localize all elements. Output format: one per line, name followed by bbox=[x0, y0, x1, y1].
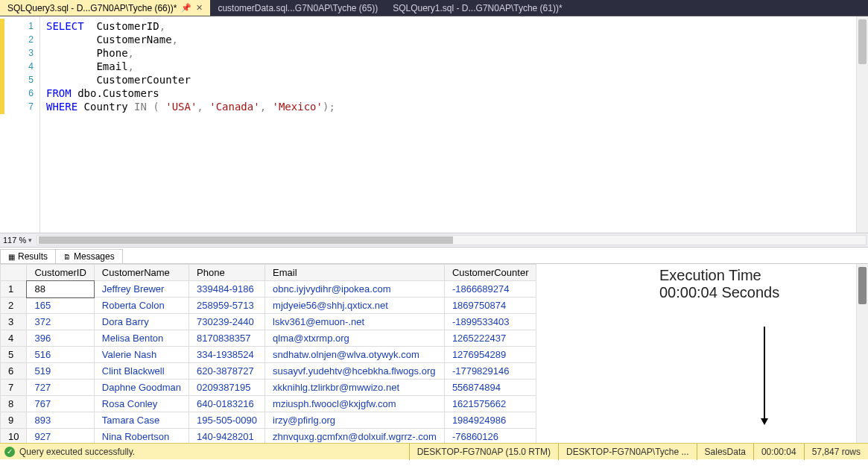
cell-email[interactable]: xkknihlg.tzlirkbr@mwwizo.net bbox=[265, 380, 445, 396]
cell-customername[interactable]: Melisa Benton bbox=[94, 330, 189, 347]
line-num: 6 bbox=[0, 86, 39, 100]
cell-customercounter[interactable]: -76860126 bbox=[444, 429, 536, 444]
scrollbar-thumb[interactable] bbox=[858, 267, 867, 304]
cell-customerid[interactable]: 165 bbox=[27, 298, 94, 314]
cell-phone[interactable]: 730239-2440 bbox=[189, 314, 265, 330]
cell-customercounter[interactable]: 1869750874 bbox=[444, 298, 536, 314]
table-row[interactable]: 3372Dora Barry730239-2440lskv361@emuon-.… bbox=[1, 314, 536, 330]
cell-phone[interactable]: 195-505-0090 bbox=[189, 412, 265, 429]
cell-email[interactable]: mjdyeie56@shhj.qxticx.net bbox=[265, 298, 445, 314]
cell-phone[interactable]: 8170838357 bbox=[189, 330, 265, 347]
cell-customercounter[interactable]: 1276954289 bbox=[444, 347, 536, 363]
code-pane[interactable]: SELECT CustomerID, CustomerName, Phone, … bbox=[40, 16, 856, 233]
cell-customerid[interactable]: 927 bbox=[27, 429, 94, 444]
cell-customercounter[interactable]: 556874894 bbox=[444, 380, 536, 396]
close-icon[interactable]: ✕ bbox=[196, 3, 203, 13]
status-server: DESKTOP-FG7N0AP (15.0 RTM) bbox=[409, 444, 558, 460]
table-row[interactable]: 5516Valerie Nash334-1938524sndhatw.olnje… bbox=[1, 347, 536, 363]
cell-phone[interactable]: 0209387195 bbox=[189, 380, 265, 396]
cell-rownum[interactable]: 9 bbox=[1, 412, 27, 429]
cell-email[interactable]: sndhatw.olnjen@wlva.otywyk.com bbox=[265, 347, 445, 363]
cell-email[interactable]: lskv361@emuon-.net bbox=[265, 314, 445, 330]
cell-customerid[interactable]: 516 bbox=[27, 347, 94, 363]
tab-file-3[interactable]: SQLQuery1.sql - D...G7N0AP\Tyche (61))* bbox=[385, 0, 569, 16]
cell-customerid[interactable]: 727 bbox=[27, 380, 94, 396]
cell-rownum[interactable]: 2 bbox=[1, 298, 27, 314]
cell-email[interactable]: irzy@pfirlg.org bbox=[265, 412, 445, 429]
table-row[interactable]: 10927Nina Robertson140-9428201zhnvquxg.g… bbox=[1, 429, 536, 444]
cell-customername[interactable]: Clint Blackwell bbox=[94, 363, 189, 380]
tab-file-2[interactable]: customerData.sql...G7N0AP\Tyche (65)) bbox=[210, 0, 385, 16]
cell-email[interactable]: qlma@xtxrmp.org bbox=[265, 330, 445, 347]
cell-customername[interactable]: Roberta Colon bbox=[94, 298, 189, 314]
cell-customerid[interactable]: 519 bbox=[27, 363, 94, 380]
cell-customername[interactable]: Jeffrey Brewer bbox=[94, 281, 189, 298]
cell-phone[interactable]: 339484-9186 bbox=[189, 281, 265, 298]
cell-customerid[interactable]: 396 bbox=[27, 330, 94, 347]
editor-horizontal-scrollbar[interactable] bbox=[37, 235, 867, 245]
pin-icon[interactable]: 📌 bbox=[181, 3, 191, 13]
cell-phone[interactable]: 620-3878727 bbox=[189, 363, 265, 380]
cell-rownum[interactable]: 3 bbox=[1, 314, 27, 330]
cell-customercounter[interactable]: 1621575662 bbox=[444, 396, 536, 412]
cell-email[interactable]: susayvf.yudehtv@hcebkha.flwogs.org bbox=[265, 363, 445, 380]
cell-customername[interactable]: Valerie Nash bbox=[94, 347, 189, 363]
scrollbar-thumb[interactable] bbox=[39, 236, 453, 244]
table-row[interactable]: 188Jeffrey Brewer339484-9186obnc.iyjvydi… bbox=[1, 281, 536, 298]
status-bar: ✓ Query executed successfully. DESKTOP-F… bbox=[0, 443, 868, 459]
tab-file-1[interactable]: SQLQuery3.sql - D...G7N0AP\Tyche (66))* … bbox=[0, 0, 210, 16]
cell-rownum[interactable]: 4 bbox=[1, 330, 27, 347]
zoom-dropdown[interactable]: 117 % ▾ bbox=[0, 236, 35, 245]
table-row[interactable]: 2165Roberta Colon258959-5713mjdyeie56@sh… bbox=[1, 298, 536, 314]
cell-rownum[interactable]: 7 bbox=[1, 380, 27, 396]
results-vertical-scrollbar[interactable] bbox=[856, 264, 868, 443]
cell-customerid[interactable]: 767 bbox=[27, 396, 94, 412]
header-row: CustomerID CustomerName Phone Email Cust… bbox=[1, 265, 536, 281]
cell-customername[interactable]: Rosa Conley bbox=[94, 396, 189, 412]
cell-customercounter[interactable]: 1984924986 bbox=[444, 412, 536, 429]
col-customercounter[interactable]: CustomerCounter bbox=[444, 265, 536, 281]
results-table[interactable]: CustomerID CustomerName Phone Email Cust… bbox=[0, 264, 536, 443]
col-customerid[interactable]: CustomerID bbox=[27, 265, 94, 281]
cell-customername[interactable]: Tamara Case bbox=[94, 412, 189, 429]
kw-in: IN bbox=[134, 101, 147, 113]
col-email[interactable]: Email bbox=[265, 265, 445, 281]
sql-editor[interactable]: 1 2 3 4 5 6 7 SELECT CustomerID, Custome… bbox=[0, 16, 868, 233]
scrollbar-thumb[interactable] bbox=[858, 19, 867, 64]
cell-email[interactable]: zhnvquxg.gcmfxn@dolxuif.wgrrz-.com bbox=[265, 429, 445, 444]
table-row[interactable]: 6519Clint Blackwell620-3878727susayvf.yu… bbox=[1, 363, 536, 380]
col-customername[interactable]: CustomerName bbox=[94, 265, 189, 281]
cell-rownum[interactable]: 8 bbox=[1, 396, 27, 412]
table-row[interactable]: 7727Daphne Goodman0209387195xkknihlg.tzl… bbox=[1, 380, 536, 396]
cell-customercounter[interactable]: -1866689274 bbox=[444, 281, 536, 298]
col-rownum[interactable] bbox=[1, 265, 27, 281]
cell-rownum[interactable]: 10 bbox=[1, 429, 27, 444]
cell-customername[interactable]: Daphne Goodman bbox=[94, 380, 189, 396]
cell-phone[interactable]: 140-9428201 bbox=[189, 429, 265, 444]
cell-email[interactable]: obnc.iyjvydihr@ipokea.com bbox=[265, 281, 445, 298]
cell-phone[interactable]: 334-1938524 bbox=[189, 347, 265, 363]
cell-customername[interactable]: Dora Barry bbox=[94, 314, 189, 330]
table-row[interactable]: 8767Rosa Conley640-0183216mziusph.fwoocl… bbox=[1, 396, 536, 412]
cell-phone[interactable]: 258959-5713 bbox=[189, 298, 265, 314]
cell-customercounter[interactable]: -1779829146 bbox=[444, 363, 536, 380]
cell-customerid[interactable]: 88 bbox=[27, 281, 94, 298]
tab-results[interactable]: ▦ Results bbox=[0, 249, 56, 263]
results-grid[interactable]: CustomerID CustomerName Phone Email Cust… bbox=[0, 264, 856, 443]
cell-rownum[interactable]: 6 bbox=[1, 363, 27, 380]
tab-messages[interactable]: 🗎 Messages bbox=[55, 249, 123, 263]
col-phone[interactable]: Phone bbox=[189, 265, 265, 281]
cell-phone[interactable]: 640-0183216 bbox=[189, 396, 265, 412]
cell-customerid[interactable]: 893 bbox=[27, 412, 94, 429]
cell-customercounter[interactable]: -1899533403 bbox=[444, 314, 536, 330]
cell-customercounter[interactable]: 1265222437 bbox=[444, 330, 536, 347]
status-db: SalesData bbox=[697, 444, 753, 460]
cell-customername[interactable]: Nina Robertson bbox=[94, 429, 189, 444]
table-row[interactable]: 9893Tamara Case195-505-0090irzy@pfirlg.o… bbox=[1, 412, 536, 429]
editor-vertical-scrollbar[interactable] bbox=[856, 16, 868, 233]
cell-rownum[interactable]: 5 bbox=[1, 347, 27, 363]
cell-customerid[interactable]: 372 bbox=[27, 314, 94, 330]
cell-rownum[interactable]: 1 bbox=[1, 281, 27, 298]
table-row[interactable]: 4396Melisa Benton8170838357qlma@xtxrmp.o… bbox=[1, 330, 536, 347]
cell-email[interactable]: mziusph.fwoocl@kxjgfw.com bbox=[265, 396, 445, 412]
